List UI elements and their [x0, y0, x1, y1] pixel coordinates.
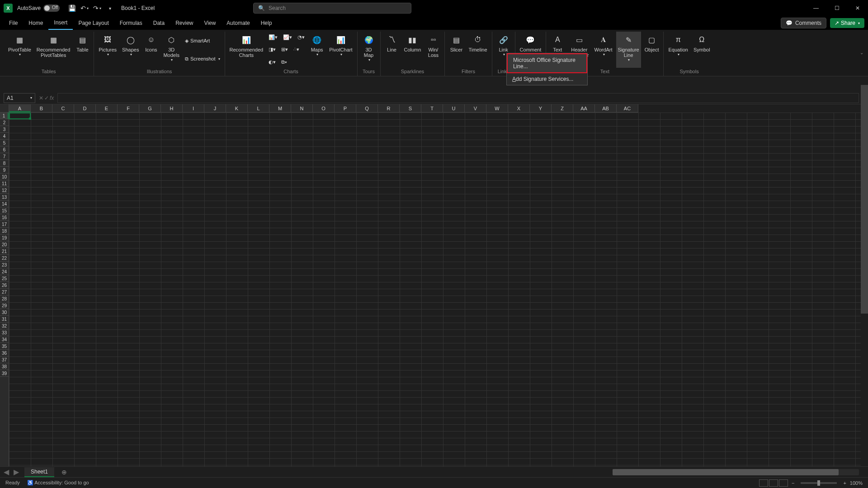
zoom-in-icon[interactable]: + — [843, 480, 846, 486]
column-header-D[interactable]: D — [74, 104, 96, 112]
row-header-31[interactable]: 31 — [0, 316, 9, 323]
column-header-U[interactable]: U — [443, 104, 465, 112]
prev-sheet-icon[interactable]: ◀ — [4, 468, 9, 476]
row-header-19[interactable]: 19 — [0, 235, 9, 241]
undo-icon[interactable]: ↶▾ — [80, 4, 89, 12]
maps-button[interactable]: 🌐Maps▾ — [308, 32, 326, 68]
close-button[interactable]: ✕ — [847, 0, 868, 16]
scatter-chart-icon[interactable]: ∴▾ — [292, 45, 301, 55]
symbol-button[interactable]: ΩSymbol — [692, 32, 712, 68]
minimize-button[interactable]: — — [806, 0, 826, 16]
column-header-M[interactable]: M — [269, 104, 291, 112]
3d-models-button[interactable]: ⬡3D Models▾ — [161, 32, 181, 68]
row-header-16[interactable]: 16 — [0, 214, 9, 221]
column-header-H[interactable]: H — [161, 104, 183, 112]
column-header-N[interactable]: N — [291, 104, 313, 112]
timeline-button[interactable]: ⏱Timeline — [467, 32, 489, 68]
column-chart-icon[interactable]: 📊▾ — [267, 33, 279, 42]
column-header-A[interactable]: A — [9, 104, 31, 112]
column-header-P[interactable]: P — [335, 104, 356, 112]
horizontal-scrollbar[interactable] — [613, 469, 859, 475]
vertical-scrollbar[interactable] — [861, 85, 868, 466]
column-header-O[interactable]: O — [313, 104, 335, 112]
row-header-5[interactable]: 5 — [0, 140, 9, 146]
column-header-J[interactable]: J — [204, 104, 226, 112]
row-header-36[interactable]: 36 — [0, 350, 9, 357]
pictures-button[interactable]: 🖼Pictures▾ — [97, 32, 118, 68]
column-header-F[interactable]: F — [118, 104, 139, 112]
row-header-18[interactable]: 18 — [0, 228, 9, 235]
slicer-button[interactable]: ▤Slicer — [448, 32, 465, 68]
recommended-charts-button[interactable]: 📊Recommended Charts — [228, 32, 265, 68]
column-header-W[interactable]: W — [486, 104, 508, 112]
enter-fx-icon[interactable]: ✓ — [44, 95, 49, 101]
status-accessibility[interactable]: ♿ Accessibility: Good to go — [27, 480, 89, 486]
pivottable-button[interactable]: ▦PivotTable▾ — [6, 32, 33, 68]
3d-map-button[interactable]: 🌍3D Map▾ — [360, 32, 377, 68]
line-chart-icon[interactable]: 📈▾ — [281, 33, 294, 42]
share-button[interactable]: ↗Share▾ — [830, 18, 864, 28]
column-header-X[interactable]: X — [508, 104, 530, 112]
tab-formulas[interactable]: Formulas — [114, 16, 148, 30]
row-header-14[interactable]: 14 — [0, 201, 9, 207]
column-header-AA[interactable]: AA — [573, 104, 595, 112]
active-cell[interactable] — [9, 113, 31, 119]
row-header-33[interactable]: 33 — [0, 329, 9, 336]
signature-line-button[interactable]: ✎Signature Line▾ — [616, 32, 641, 68]
select-all-cells[interactable] — [0, 104, 9, 113]
row-header-3[interactable]: 3 — [0, 126, 9, 133]
row-header-25[interactable]: 25 — [0, 275, 9, 282]
name-box-dropdown-icon[interactable]: ▾ — [30, 96, 32, 100]
tab-help[interactable]: Help — [255, 16, 278, 30]
row-header-8[interactable]: 8 — [0, 160, 9, 167]
page-break-view-icon[interactable] — [779, 479, 788, 487]
tab-home[interactable]: Home — [23, 16, 48, 30]
row-header-20[interactable]: 20 — [0, 241, 9, 248]
table-button[interactable]: ▤Table — [74, 32, 91, 68]
page-layout-view-icon[interactable] — [769, 479, 778, 487]
menu-microsoft-signature-line[interactable]: Microsoft Office Signature Line... — [507, 53, 587, 73]
name-box[interactable]: A1▾ — [4, 93, 35, 103]
column-header-T[interactable]: T — [421, 104, 443, 112]
normal-view-icon[interactable] — [759, 479, 768, 487]
search-input[interactable]: 🔍 Search — [253, 3, 411, 14]
new-sheet-button[interactable]: ⊕ — [61, 469, 67, 476]
zoom-slider[interactable] — [801, 482, 837, 484]
row-header-39[interactable]: 39 — [0, 370, 9, 377]
row-header-28[interactable]: 28 — [0, 296, 9, 302]
row-header-32[interactable]: 32 — [0, 323, 9, 329]
zoom-level[interactable]: 100% — [850, 480, 863, 486]
tab-page-layout[interactable]: Page Layout — [73, 16, 114, 30]
row-header-21[interactable]: 21 — [0, 248, 9, 255]
column-header-V[interactable]: V — [465, 104, 486, 112]
row-header-10[interactable]: 10 — [0, 174, 9, 180]
pie-chart-icon[interactable]: ◔▾ — [296, 33, 307, 42]
fx-icon[interactable]: fx — [50, 95, 54, 101]
statistic-chart-icon[interactable]: ⊞▾ — [279, 45, 290, 55]
row-header-23[interactable]: 23 — [0, 262, 9, 268]
column-header-Z[interactable]: Z — [552, 104, 573, 112]
tab-file[interactable]: File — [4, 16, 23, 30]
column-header-Q[interactable]: Q — [356, 104, 378, 112]
recommended-pivottables-button[interactable]: ▦Recommended PivotTables — [35, 32, 72, 68]
tab-automate[interactable]: Automate — [221, 16, 255, 30]
collapse-ribbon-icon[interactable]: ⌄ — [860, 50, 863, 55]
row-header-24[interactable]: 24 — [0, 268, 9, 275]
row-header-15[interactable]: 15 — [0, 207, 9, 214]
comments-button[interactable]: 💬Comments — [781, 18, 826, 28]
row-header-6[interactable]: 6 — [0, 146, 9, 153]
wordart-button[interactable]: 𝐀WordArt▾ — [592, 32, 614, 68]
sparkline-winloss-button[interactable]: ▫▫Win/ Loss — [425, 32, 442, 68]
row-header-11[interactable]: 11 — [0, 180, 9, 187]
row-header-17[interactable]: 17 — [0, 221, 9, 228]
combo-chart-icon[interactable]: ⧉▾ — [279, 57, 289, 67]
column-header-S[interactable]: S — [400, 104, 421, 112]
object-button[interactable]: ▢Object — [643, 32, 661, 68]
column-header-K[interactable]: K — [226, 104, 248, 112]
smartart-button[interactable]: ◈SmartArt — [183, 36, 222, 46]
waterfall-chart-icon[interactable]: ◐▾ — [267, 57, 278, 67]
row-header-38[interactable]: 38 — [0, 363, 9, 370]
row-header-2[interactable]: 2 — [0, 119, 9, 126]
row-header-30[interactable]: 30 — [0, 309, 9, 316]
sparkline-column-button[interactable]: ▮▮Column — [402, 32, 423, 68]
